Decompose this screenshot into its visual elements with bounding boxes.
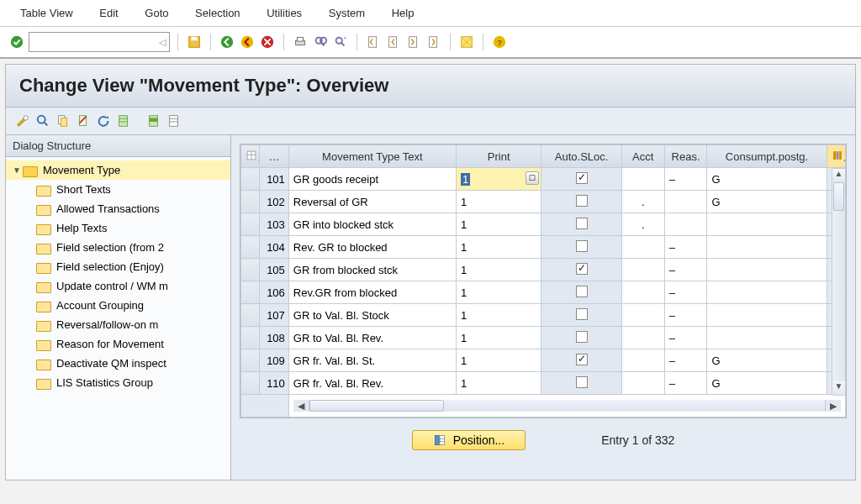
cell-movement-type-text[interactable]: GR fr. Val. Bl. St. xyxy=(288,349,456,372)
last-page-icon[interactable] xyxy=(425,34,442,50)
cancel-icon[interactable] xyxy=(259,34,276,50)
cell-auto-sloc[interactable] xyxy=(541,304,621,327)
cell-print[interactable]: 1 xyxy=(456,327,541,349)
vscroll-down-icon[interactable]: ▼ xyxy=(832,381,845,395)
row-selector[interactable] xyxy=(241,304,260,327)
cell-auto-sloc[interactable] xyxy=(541,259,621,281)
cell-reas[interactable]: – xyxy=(664,236,707,259)
cell-print[interactable]: 1 xyxy=(456,191,541,213)
col-consumpt-postg[interactable]: Consumpt.postg. xyxy=(707,145,827,168)
back-icon[interactable] xyxy=(219,34,235,50)
tree-item[interactable]: Short Texts xyxy=(6,180,230,199)
menu-selection[interactable]: Selection xyxy=(183,3,251,23)
menu-system[interactable]: System xyxy=(317,3,377,23)
checkbox[interactable] xyxy=(576,308,588,320)
save-icon[interactable] xyxy=(186,34,203,50)
grid-column-config-icon[interactable] xyxy=(827,145,845,168)
cell-movement-type-text[interactable]: GR from blocked stck xyxy=(288,259,456,281)
prev-page-icon[interactable] xyxy=(385,34,402,50)
cell-acct[interactable]: . xyxy=(621,191,664,213)
cell-movement-type-text[interactable]: GR to Val. Bl. Stock xyxy=(288,304,456,327)
checkbox[interactable] xyxy=(576,195,588,207)
grid-vertical-scrollbar[interactable]: ▲ ▼ xyxy=(832,168,846,396)
cell-print[interactable]: 1 xyxy=(456,213,541,236)
create-session-icon[interactable] xyxy=(458,34,475,50)
cell-auto-sloc[interactable] xyxy=(541,236,621,259)
cell-auto-sloc[interactable] xyxy=(541,372,621,395)
cell-consumpt-postg[interactable] xyxy=(707,236,827,259)
cell-mvt[interactable]: 103 xyxy=(260,213,289,236)
command-history-icon[interactable]: ◁ xyxy=(156,37,169,48)
row-selector[interactable] xyxy=(241,372,260,395)
cell-mvt[interactable]: 108 xyxy=(260,327,289,349)
deselect-all-icon[interactable] xyxy=(166,113,182,129)
hscroll-right-icon[interactable]: ▶ xyxy=(826,401,841,412)
cell-consumpt-postg[interactable] xyxy=(707,281,827,304)
vscroll-thumb[interactable] xyxy=(833,182,844,211)
cell-print[interactable]: 1 xyxy=(456,281,541,304)
cell-acct[interactable] xyxy=(621,327,664,349)
tree-item[interactable]: Deactivate QM inspect xyxy=(6,354,230,373)
cell-consumpt-postg[interactable]: G xyxy=(707,168,827,191)
cell-acct[interactable] xyxy=(621,236,664,259)
grid-horizontal-scrollbar[interactable]: ◀ ▶ xyxy=(293,400,841,412)
command-field[interactable] xyxy=(29,33,156,51)
toggle-display-change-icon[interactable] xyxy=(14,113,31,129)
tree-item[interactable]: Reversal/follow-on m xyxy=(6,315,230,334)
menu-utilities[interactable]: Utilities xyxy=(255,3,314,23)
cell-movement-type-text[interactable]: GR goods receipt xyxy=(288,168,456,191)
enter-icon[interactable] xyxy=(8,34,25,50)
cell-auto-sloc[interactable] xyxy=(541,281,621,304)
col-movement-type-text[interactable]: Movement Type Text xyxy=(288,145,456,168)
cell-auto-sloc[interactable] xyxy=(541,168,621,191)
checkbox[interactable] xyxy=(576,263,588,275)
tree-item[interactable]: Update control / WM m xyxy=(6,276,230,296)
grid-configure-header-icon[interactable] xyxy=(241,145,260,168)
cell-consumpt-postg[interactable]: G xyxy=(707,191,827,213)
cell-acct[interactable]: . xyxy=(621,213,664,236)
copy-as-icon[interactable] xyxy=(55,113,71,129)
cell-mvt[interactable]: 107 xyxy=(260,304,289,327)
hscroll-thumb[interactable] xyxy=(309,400,444,412)
cell-reas[interactable]: – xyxy=(664,327,707,349)
cell-reas[interactable]: – xyxy=(664,259,707,281)
cell-acct[interactable] xyxy=(621,372,664,395)
col-print[interactable]: Print xyxy=(456,145,541,168)
cell-reas[interactable] xyxy=(664,213,707,236)
cell-consumpt-postg[interactable] xyxy=(707,259,827,281)
cell-consumpt-postg[interactable]: G xyxy=(707,372,827,395)
cell-acct[interactable] xyxy=(621,168,664,191)
row-selector[interactable] xyxy=(241,191,260,213)
tree-item[interactable]: Allowed Transactions xyxy=(6,199,230,218)
position-button[interactable]: Position... xyxy=(412,430,526,450)
cell-acct[interactable] xyxy=(621,259,664,281)
checkbox[interactable] xyxy=(576,218,588,229)
cell-mvt[interactable]: 101 xyxy=(260,168,289,191)
menu-goto[interactable]: Goto xyxy=(133,3,180,23)
vscroll-track[interactable] xyxy=(832,182,845,381)
select-all-icon[interactable] xyxy=(115,113,132,129)
cell-acct[interactable] xyxy=(621,349,664,372)
cell-print[interactable]: 1☐ xyxy=(456,168,541,191)
tree-collapse-icon[interactable]: ▼ xyxy=(11,165,23,175)
cell-reas[interactable]: – xyxy=(664,281,707,304)
cell-reas[interactable]: – xyxy=(664,372,707,395)
menu-edit[interactable]: Edit xyxy=(87,3,129,23)
cell-auto-sloc[interactable] xyxy=(541,213,621,236)
cell-auto-sloc[interactable] xyxy=(541,327,621,349)
cell-auto-sloc[interactable] xyxy=(541,349,621,372)
cell-mvt[interactable]: 110 xyxy=(260,372,289,395)
tree-item[interactable]: Account Grouping xyxy=(6,296,230,315)
exit-icon[interactable] xyxy=(239,34,256,50)
cell-movement-type-text[interactable]: GR to Val. Bl. Rev. xyxy=(288,327,456,349)
find-icon[interactable] xyxy=(312,34,329,50)
row-selector[interactable] xyxy=(241,349,260,372)
checkbox[interactable] xyxy=(576,240,588,252)
next-page-icon[interactable] xyxy=(405,34,422,50)
row-selector[interactable] xyxy=(241,281,260,304)
find-next-icon[interactable]: + xyxy=(332,34,349,50)
col-auto-sloc[interactable]: Auto.SLoc. xyxy=(541,145,621,168)
row-selector[interactable] xyxy=(241,259,260,281)
vscroll-up-icon[interactable]: ▲ xyxy=(832,169,845,182)
cell-mvt[interactable]: 106 xyxy=(260,281,289,304)
